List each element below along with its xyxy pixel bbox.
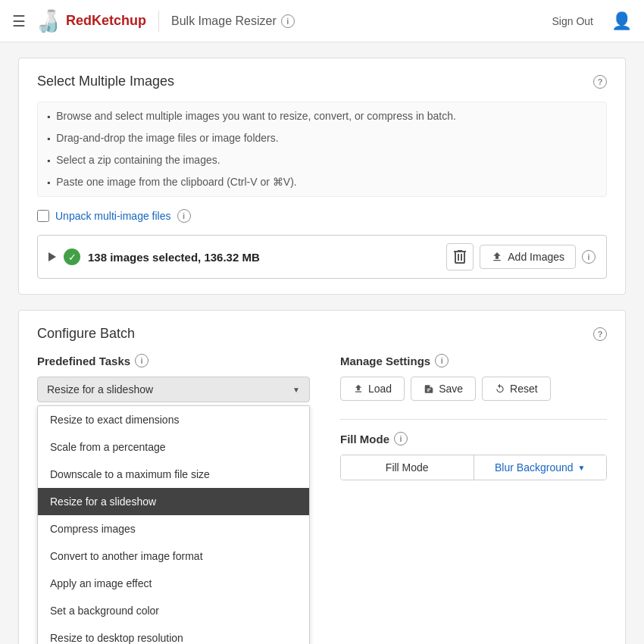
- manage-settings-title-row: Manage Settings i: [340, 354, 607, 367]
- list-item: Paste one image from the clipboard (Ctrl…: [47, 174, 597, 190]
- predefined-tasks-dropdown-button[interactable]: Resize for a slideshow ▼: [37, 377, 310, 402]
- select-images-title-row: Select Multiple Images ?: [37, 73, 607, 89]
- save-button[interactable]: Save: [411, 377, 476, 401]
- images-bar-left: ✓ 138 images selected, 136.32 MB: [48, 249, 260, 265]
- select-images-card: Select Multiple Images ? Browse and sele…: [18, 58, 626, 295]
- predefined-tasks-selected: Resize for a slideshow: [47, 383, 153, 395]
- select-images-info-icon[interactable]: ?: [593, 75, 607, 89]
- user-icon[interactable]: 👤: [611, 11, 632, 31]
- bullet-text-1: Browse and select multiple images you wa…: [56, 108, 456, 124]
- predefined-tasks-info-icon[interactable]: i: [135, 354, 148, 367]
- fill-mode-info-icon[interactable]: i: [394, 432, 408, 445]
- fill-mode-buttons: Fill Mode Blur Background ▼: [340, 455, 607, 480]
- dropdown-item-7[interactable]: Apply an image effect: [38, 570, 309, 597]
- fill-mode-button[interactable]: Fill Mode: [341, 455, 474, 480]
- settings-divider: [340, 419, 607, 420]
- header-divider: [158, 11, 159, 32]
- check-icon: ✓: [64, 249, 80, 265]
- manage-settings-title: Manage Settings: [340, 355, 430, 367]
- configure-batch-info-icon[interactable]: ?: [593, 327, 607, 341]
- fill-mode-title-row: Fill Mode i: [340, 432, 607, 445]
- blur-background-arrow-icon: ▼: [578, 464, 586, 472]
- fill-mode-section: Fill Mode i Fill Mode Blur Background ▼: [340, 432, 607, 480]
- app-title-container: Bulk Image Resizer i: [171, 14, 295, 28]
- dropdown-menu: Resize to exact dimensions Scale from a …: [37, 405, 310, 644]
- predefined-tasks-title-row: Predefined Tasks i: [37, 354, 310, 367]
- configure-batch-title: Configure Batch: [37, 326, 135, 342]
- reset-button[interactable]: Reset: [482, 377, 551, 401]
- predefined-tasks-section: Predefined Tasks i Resize for a slidesho…: [37, 354, 310, 644]
- delete-button[interactable]: [446, 243, 474, 270]
- dropdown-item-3[interactable]: Downscale to a maximum file size: [38, 461, 309, 488]
- load-label: Load: [368, 383, 392, 395]
- save-label: Save: [439, 383, 463, 395]
- blur-background-button[interactable]: Blur Background ▼: [474, 455, 607, 480]
- unpack-info-icon[interactable]: i: [177, 209, 191, 223]
- dropdown-item-9[interactable]: Resize to desktop resolution: [38, 624, 309, 644]
- select-images-title: Select Multiple Images: [37, 73, 174, 89]
- dropdown-item-1[interactable]: Resize to exact dimensions: [38, 406, 309, 433]
- configure-batch-title-row: Configure Batch ?: [37, 326, 607, 342]
- expand-icon[interactable]: [48, 252, 56, 261]
- add-images-label: Add Images: [508, 251, 564, 263]
- list-item: Browse and select multiple images you wa…: [47, 108, 597, 124]
- manage-settings-info-icon[interactable]: i: [435, 354, 449, 367]
- images-count: 138 images selected, 136.32 MB: [88, 251, 260, 264]
- logo[interactable]: 🍶 RedKetchup: [35, 8, 146, 33]
- add-images-button[interactable]: Add Images: [480, 245, 576, 269]
- sign-out-button[interactable]: Sign Out: [552, 15, 593, 27]
- menu-icon[interactable]: ☰: [12, 12, 26, 30]
- app-title: Bulk Image Resizer: [171, 14, 277, 28]
- instructions-list: Browse and select multiple images you wa…: [37, 102, 607, 197]
- dropdown-arrow-icon: ▼: [292, 386, 300, 394]
- reset-label: Reset: [510, 383, 538, 395]
- load-button[interactable]: Load: [340, 377, 405, 401]
- app-header: ☰ 🍶 RedKetchup Bulk Image Resizer i Sign…: [0, 0, 644, 42]
- dropdown-item-2[interactable]: Scale from a percentage: [38, 433, 309, 461]
- images-bar-info-icon[interactable]: i: [582, 250, 596, 264]
- dropdown-item-8[interactable]: Set a background color: [38, 597, 309, 624]
- bullet-text-3: Select a zip containing the images.: [56, 152, 220, 168]
- dropdown-items-container: Resize to exact dimensions Scale from a …: [37, 405, 310, 644]
- fill-mode-title: Fill Mode: [340, 433, 389, 445]
- list-item: Drag-and-drop the image files or image f…: [47, 130, 597, 146]
- images-bar-right: Add Images i: [446, 243, 596, 270]
- config-grid: Predefined Tasks i Resize for a slidesho…: [37, 354, 607, 644]
- logo-text: RedKetchup: [66, 13, 146, 29]
- configure-batch-card: Configure Batch ? Predefined Tasks i Res…: [18, 310, 626, 644]
- predefined-tasks-title: Predefined Tasks: [37, 355, 130, 367]
- bullet-text-4: Paste one image from the clipboard (Ctrl…: [56, 174, 296, 190]
- bullet-text-2: Drag-and-drop the image files or image f…: [56, 130, 278, 146]
- list-item: Select a zip containing the images.: [47, 152, 597, 168]
- logo-icon: 🍶: [35, 8, 61, 33]
- unpack-checkbox[interactable]: [37, 210, 49, 222]
- unpack-label: Unpack multi-image files: [55, 210, 171, 222]
- dropdown-item-5[interactable]: Compress images: [38, 515, 309, 542]
- dropdown-item-6[interactable]: Convert to another image format: [38, 542, 309, 570]
- settings-actions: Load Save Reset: [340, 377, 607, 401]
- unpack-checkbox-row: Unpack multi-image files i: [37, 209, 607, 223]
- app-title-info-icon[interactable]: i: [281, 14, 295, 28]
- manage-settings-section: Manage Settings i Load Save: [340, 354, 607, 644]
- blur-background-label: Blur Background: [495, 461, 574, 474]
- dropdown-item-4[interactable]: Resize for a slideshow: [38, 488, 309, 515]
- images-bar: ✓ 138 images selected, 136.32 MB Add Ima…: [37, 235, 607, 279]
- main-content: Select Multiple Images ? Browse and sele…: [0, 42, 644, 644]
